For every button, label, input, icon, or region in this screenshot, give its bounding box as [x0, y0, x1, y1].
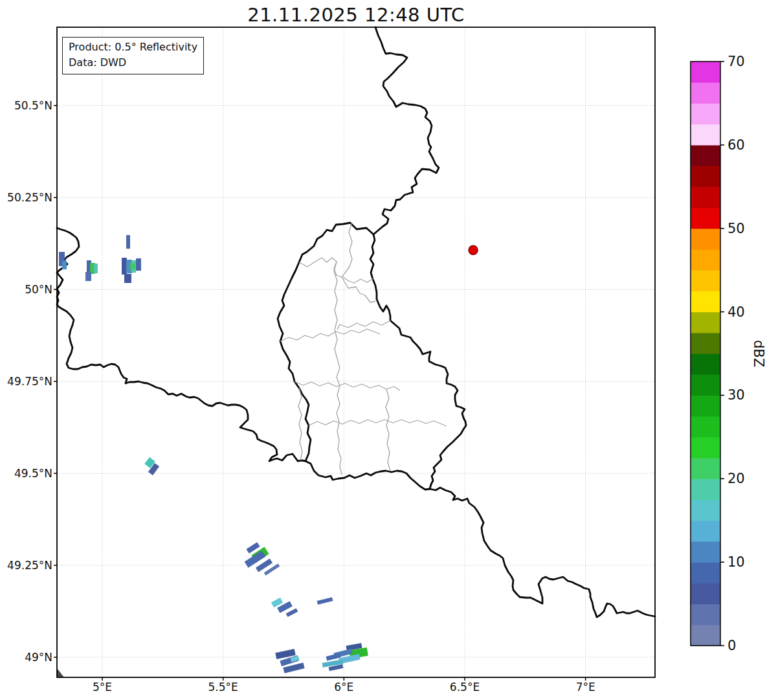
radar-map-page: 21.11.2025 12:48 UTC Product: 0.5° Refle… [0, 0, 778, 700]
colorbar-band [691, 62, 720, 83]
product-info-box: Product: 0.5° Reflectivity Data: DWD [62, 37, 204, 74]
district-border [334, 262, 337, 359]
colorbar [691, 62, 724, 646]
colorbar-band [691, 124, 720, 146]
colorbar-band [691, 604, 720, 626]
grid-layer [54, 27, 655, 681]
y-tick-label: 50.25°N [7, 191, 52, 204]
colorbar-band [691, 625, 720, 646]
x-tick-label: 5.5°E [208, 681, 238, 694]
y-tick-label: 49.75°N [7, 375, 52, 388]
x-tick-label: 7°E [576, 681, 595, 694]
radar-station-dot [469, 245, 478, 254]
radar-station-layer [469, 245, 478, 254]
map-corner-border-fragment [57, 668, 64, 677]
colorbar-band [691, 103, 720, 124]
colorbar-band [691, 458, 720, 479]
colorbar-tick-label: 40 [728, 304, 745, 320]
y-tick-label: 49°N [25, 651, 52, 664]
district-border [280, 329, 380, 341]
colorbar-band [691, 208, 720, 229]
colorbar-band [691, 583, 720, 604]
colorbar-band [691, 500, 720, 521]
district-border [337, 321, 390, 330]
colorbar-unit-label: dBZ [751, 340, 766, 367]
colorbar-tick-label: 20 [728, 471, 745, 486]
y-tick-label: 49.25°N [7, 559, 52, 572]
district-border [386, 389, 390, 471]
colorbar-band [691, 229, 720, 250]
page-title: 21.11.2025 12:48 UTC [57, 4, 655, 26]
border-luxembourg-france [306, 461, 430, 490]
colorbar-tick-label: 50 [728, 221, 745, 236]
border-belgium-germany [373, 27, 439, 234]
colorbar-band [691, 395, 720, 416]
district-border [337, 359, 342, 475]
map-canvas [0, 0, 778, 700]
product-label: Product: 0.5° Reflectivity [69, 40, 197, 55]
border-luxembourg-germany [370, 234, 466, 489]
colorbar-band [691, 374, 720, 396]
colorbar-band [691, 521, 720, 542]
colorbar-band [691, 312, 720, 333]
border-france-germany [430, 488, 655, 617]
colorbar-band [691, 291, 720, 312]
district-border [342, 223, 352, 277]
colorbar-band [691, 145, 720, 166]
colorbar-band [691, 541, 720, 563]
y-tick-label: 50.5°N [14, 99, 52, 112]
y-tick-label: 50°N [25, 283, 52, 296]
district-border [295, 381, 400, 390]
colorbar-band [691, 249, 720, 271]
colorbar-band [691, 166, 720, 187]
colorbar-tick-label: 60 [728, 137, 745, 153]
x-tick-label: 6°E [334, 681, 353, 694]
colorbar-tick-label: 70 [728, 54, 745, 69]
x-tick-label: 5°E [93, 681, 112, 694]
colorbar-band [691, 479, 720, 500]
y-tick-label: 49.5°N [14, 467, 52, 480]
colorbar-band [691, 354, 720, 375]
border-belgium-france [57, 228, 306, 461]
x-tick-label: 6.5°E [450, 681, 480, 694]
colorbar-band [691, 270, 720, 291]
colorbar-band [691, 562, 720, 583]
data-source-label: Data: DWD [69, 55, 197, 71]
colorbar-band [691, 416, 720, 438]
colorbar-band [691, 437, 720, 458]
district-border [298, 388, 302, 460]
colorbar-tick-label: 10 [728, 554, 745, 570]
border-luxembourg-belgium [278, 223, 373, 461]
district-border [309, 420, 447, 426]
district-border [343, 277, 373, 283]
colorbar-band [691, 186, 720, 208]
colorbar-band [691, 333, 720, 354]
colorbar-tick-label: 30 [728, 387, 745, 403]
colorbar-band [691, 82, 720, 104]
colorbar-tick-label: 0 [728, 638, 736, 653]
